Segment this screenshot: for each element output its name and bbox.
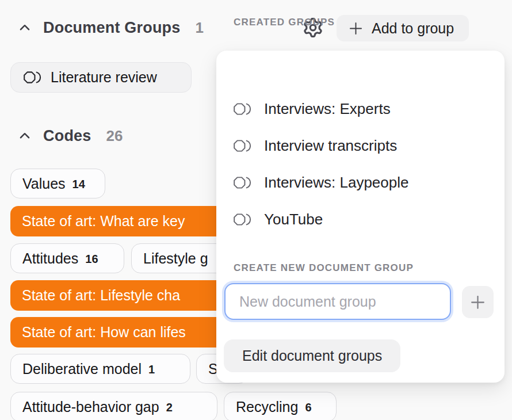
group-item-label: Interviews: Experts	[264, 100, 391, 118]
created-groups-list: Interviews: Experts Interview transcript…	[216, 90, 505, 238]
add-to-group-label: Add to group	[372, 20, 454, 37]
edit-document-groups-button[interactable]: Edit document groups	[224, 339, 400, 372]
add-to-group-button[interactable]: Add to group	[337, 15, 469, 41]
document-group-icon	[232, 175, 254, 190]
group-item-label: Interview transcripts	[264, 137, 397, 155]
chevron-up-icon	[17, 20, 32, 35]
document-group-icon	[22, 70, 44, 85]
chip-label: Literature review	[51, 69, 157, 86]
document-groups-header: Document Groups 1	[14, 18, 204, 37]
collapse-codes-button[interactable]	[14, 127, 35, 145]
create-new-document-group-label: Create new document group	[234, 262, 414, 274]
group-item-label: YouTube	[264, 211, 323, 228]
group-item-interviews-experts[interactable]: Interviews: Experts	[216, 90, 505, 127]
plus-icon	[469, 294, 486, 311]
codes-header: Codes 26	[14, 127, 123, 145]
code-chip-recycling[interactable]: Recycling 6	[224, 392, 337, 420]
document-groups-count: 1	[196, 19, 204, 37]
code-chip-attitude-behavior-gap[interactable]: Attitude-behavior gap 2	[10, 392, 217, 420]
plus-icon	[348, 21, 364, 36]
document-group-icon	[232, 139, 254, 153]
code-chip-deliberative-model[interactable]: Deliberative model 1	[10, 354, 190, 384]
codes-title: Codes	[43, 127, 91, 145]
document-groups-title: Document Groups	[43, 19, 181, 37]
created-groups-label: Created groups	[234, 17, 335, 28]
create-group-button[interactable]	[462, 286, 494, 318]
codes-count: 26	[106, 127, 123, 145]
group-item-label: Interviews: Laypeople	[264, 174, 408, 192]
group-item-interviews-laypeople[interactable]: Interviews: Laypeople	[216, 164, 505, 201]
code-chip-attitudes[interactable]: Attitudes 16	[10, 243, 124, 273]
chevron-up-icon	[17, 128, 32, 143]
code-chip-values[interactable]: Values 14	[10, 169, 105, 198]
group-item-youtube[interactable]: YouTube	[216, 201, 505, 238]
document-group-icon	[232, 102, 254, 116]
document-group-icon	[232, 212, 254, 227]
group-item-interview-transcripts[interactable]: Interview transcripts	[216, 127, 505, 164]
document-group-chip-literature-review[interactable]: Literature review	[10, 62, 192, 93]
edit-document-groups-label: Edit document groups	[242, 348, 382, 364]
new-document-group-input[interactable]	[224, 283, 451, 320]
add-to-group-popover: Created groups Interviews: Experts Inter…	[216, 51, 505, 383]
collapse-document-groups-button[interactable]	[14, 18, 35, 37]
